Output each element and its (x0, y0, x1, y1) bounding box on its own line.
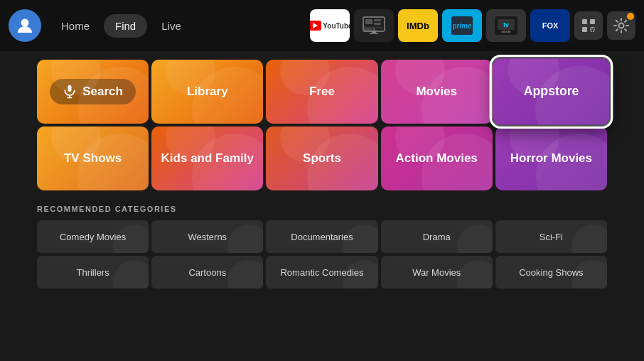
avatar[interactable] (9, 9, 41, 42)
horrormovies-label: Horror Movies (510, 151, 592, 166)
svg-point-27 (619, 23, 624, 28)
recommended-item-7[interactable]: Romantic Comedies (266, 256, 377, 289)
recommended-section: RECOMMENDED CATEGORIES Comedy MoviesWest… (37, 205, 607, 289)
nav-apps: YouTube Apps & Processes List IMDb (310, 9, 635, 42)
free-label: Free (309, 85, 335, 99)
svg-point-0 (21, 19, 29, 27)
recommended-item-8[interactable]: War Movies (381, 256, 493, 289)
category-library[interactable]: Library (151, 60, 263, 124)
notification-dot (627, 13, 634, 20)
app-tv[interactable]: tv (486, 9, 526, 42)
nav-find[interactable]: Find (104, 14, 147, 38)
category-tvshows[interactable]: TV Shows (37, 126, 149, 190)
appstore-label: Appstore (524, 85, 579, 99)
sports-label: Sports (303, 151, 341, 166)
recommended-item-6[interactable]: Cartoons (151, 256, 263, 289)
nav-home[interactable]: Home (50, 14, 101, 38)
actionmovies-label: Action Movies (396, 151, 478, 166)
svg-rect-4 (365, 19, 372, 24)
main-content: Search Library Free Movies Appstore TV S… (0, 51, 644, 289)
tvshows-label: TV Shows (64, 151, 122, 166)
app-youtube[interactable]: YouTube (310, 9, 350, 42)
search-label: Search (82, 85, 123, 99)
category-horrormovies[interactable]: Horror Movies (495, 126, 607, 190)
app-background[interactable]: Apps & Processes List (354, 9, 394, 42)
category-search[interactable]: Search (37, 60, 149, 124)
category-free[interactable]: Free (266, 60, 377, 124)
category-kidsandfamily[interactable]: Kids and Family (151, 126, 263, 190)
recommended-item-9[interactable]: Cooking Shows (495, 256, 607, 289)
app-grid-button[interactable] (574, 11, 603, 40)
svg-text:tv: tv (503, 21, 509, 28)
top-nav: Home Find Live YouTube Apps & (0, 0, 644, 51)
recommended-grid: Comedy MoviesWesternsDocumentariesDramaS… (37, 220, 607, 289)
svg-text:Processes List: Processes List (364, 26, 383, 29)
recommended-item-1[interactable]: Westerns (151, 220, 263, 253)
nav-live[interactable]: Live (150, 14, 193, 38)
recommended-title: RECOMMENDED CATEGORIES (37, 205, 607, 213)
svg-text:FOX: FOX (542, 21, 559, 30)
nav-links: Home Find Live (50, 14, 193, 38)
recommended-item-5[interactable]: Thrillers (37, 256, 149, 289)
svg-text:prime: prime (452, 22, 472, 30)
recommended-item-0[interactable]: Comedy Movies (37, 220, 149, 253)
settings-button[interactable] (607, 11, 635, 40)
category-movies[interactable]: Movies (381, 60, 493, 124)
svg-rect-6 (374, 23, 381, 25)
recommended-item-4[interactable]: Sci-Fi (495, 220, 607, 253)
svg-rect-5 (374, 19, 381, 21)
svg-rect-23 (582, 27, 587, 32)
category-actionmovies[interactable]: Action Movies (381, 126, 493, 190)
svg-rect-22 (590, 19, 595, 24)
category-appstore[interactable]: Appstore (493, 58, 609, 125)
library-label: Library (187, 85, 228, 99)
recommended-item-3[interactable]: Drama (381, 220, 493, 253)
svg-rect-28 (68, 85, 72, 92)
category-sports[interactable]: Sports (266, 126, 377, 190)
app-fox[interactable]: FOX (530, 9, 570, 42)
category-grid: Search Library Free Movies Appstore TV S… (37, 60, 607, 190)
recommended-item-2[interactable]: Documentaries (266, 220, 377, 253)
kidsandfamily-label: Kids and Family (161, 151, 254, 166)
app-imdb[interactable]: IMDb (398, 9, 438, 42)
svg-rect-21 (582, 19, 587, 24)
movies-label: Movies (416, 85, 457, 99)
app-prime[interactable]: prime (442, 9, 482, 42)
